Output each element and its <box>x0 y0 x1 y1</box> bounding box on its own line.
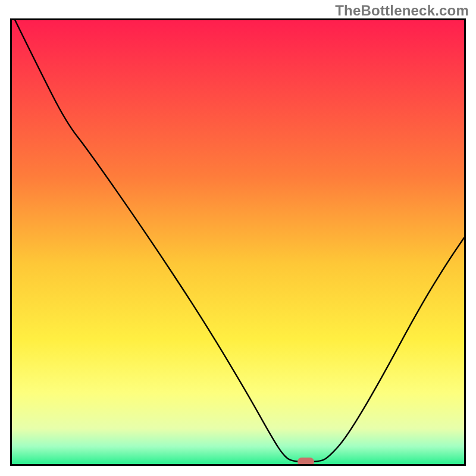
optimum-marker <box>298 458 314 466</box>
watermark-text: TheBottleneck.com <box>335 2 469 19</box>
chart-frame: TheBottleneck.com <box>0 0 476 476</box>
chart-line-layer <box>12 20 464 464</box>
bottleneck-curve <box>15 20 464 462</box>
